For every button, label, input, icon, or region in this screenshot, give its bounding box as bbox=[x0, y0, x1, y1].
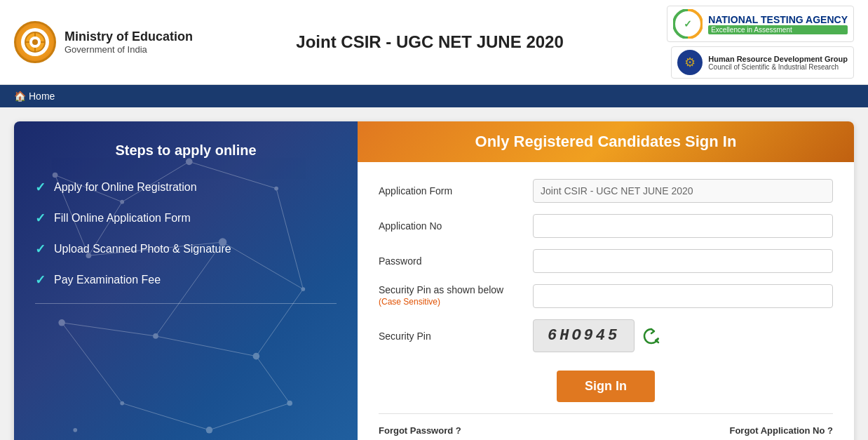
application-no-row: Application No bbox=[379, 214, 833, 238]
step-label-4: Pay Examination Fee bbox=[54, 274, 161, 286]
forgot-application-no-link[interactable]: Forgot Application No ? bbox=[729, 425, 833, 436]
org-logo bbox=[14, 21, 56, 63]
forgot-links-row: Forgot Password ? Forgot Application No … bbox=[379, 421, 833, 440]
captcha-image: 6HO945 bbox=[533, 319, 635, 352]
signin-title: Only Registered Candidates Sign In bbox=[372, 133, 840, 151]
csir-line2: Council of Scientific & Industrial Resea… bbox=[708, 63, 848, 71]
csir-text-block: Human Resource Development Group Council… bbox=[708, 55, 848, 71]
nta-logo: ✓ NATIONAL TESTING AGENCY Excellence in … bbox=[667, 6, 854, 42]
check-icon-2: ✓ bbox=[35, 211, 46, 226]
svg-line-34 bbox=[122, 404, 209, 430]
step-item-2: ✓ Fill Online Application Form bbox=[35, 211, 337, 226]
org-title-block: Ministry of Education Government of Indi… bbox=[65, 29, 193, 55]
main-content: Steps to apply online ✓ Apply for Online… bbox=[14, 121, 854, 440]
signin-header: Only Registered Candidates Sign In bbox=[358, 121, 854, 162]
application-no-input[interactable] bbox=[533, 214, 833, 238]
nav-bar: 🏠 Home bbox=[0, 85, 868, 107]
page-header: Ministry of Education Government of Indi… bbox=[0, 0, 868, 85]
forgot-password-link[interactable]: Forgot Password ? bbox=[379, 425, 461, 436]
page-title: Joint CSIR - UGC NET JUNE 2020 bbox=[193, 32, 667, 52]
step-label-1: Apply for Online Registration bbox=[54, 181, 197, 194]
nta-circle-logo: ✓ bbox=[673, 9, 703, 39]
steps-title: Steps to apply online bbox=[35, 142, 337, 159]
application-form-input[interactable] bbox=[533, 179, 833, 203]
security-pin-captcha-row: Security Pin 6HO945 bbox=[379, 319, 833, 352]
security-pin-text-input[interactable] bbox=[533, 284, 833, 308]
security-pin-label: Security Pin bbox=[379, 331, 533, 342]
home-icon: 🏠 bbox=[14, 91, 26, 102]
nta-text-block: NATIONAL TESTING AGENCY Excellence in As… bbox=[708, 14, 848, 34]
svg-line-30 bbox=[256, 356, 290, 404]
case-sensitive-note: (Case Sensitive) bbox=[379, 297, 533, 307]
application-no-label: Application No bbox=[379, 220, 533, 232]
svg-line-38 bbox=[256, 289, 303, 356]
sign-in-button[interactable]: Sign In bbox=[557, 371, 655, 402]
steps-panel: Steps to apply online ✓ Apply for Online… bbox=[14, 121, 358, 440]
refresh-icon bbox=[642, 326, 661, 346]
check-icon-4: ✓ bbox=[35, 272, 46, 288]
step-item-4: ✓ Pay Examination Fee bbox=[35, 272, 337, 288]
csir-line1: Human Resource Development Group bbox=[708, 55, 848, 63]
form-divider bbox=[379, 413, 833, 414]
svg-line-33 bbox=[62, 323, 122, 404]
step-label-2: Fill Online Application Form bbox=[54, 212, 191, 225]
step-item-1: ✓ Apply for Online Registration bbox=[35, 180, 337, 195]
org-sub: Government of India bbox=[65, 44, 193, 55]
nta-name: NATIONAL TESTING AGENCY bbox=[708, 14, 848, 25]
check-icon-1: ✓ bbox=[35, 180, 46, 195]
password-input[interactable] bbox=[533, 249, 833, 273]
check-icon-3: ✓ bbox=[35, 241, 46, 257]
password-label: Password bbox=[379, 255, 533, 267]
org-branding: Ministry of Education Government of Indi… bbox=[14, 21, 193, 63]
nta-tagline: Excellence in Assessment bbox=[708, 25, 848, 34]
org-name: Ministry of Education bbox=[65, 29, 193, 44]
home-nav-item[interactable]: 🏠 Home bbox=[14, 91, 55, 102]
svg-line-28 bbox=[62, 323, 156, 336]
svg-point-2 bbox=[32, 39, 38, 45]
logo-emblem bbox=[21, 28, 49, 56]
refresh-captcha-button[interactable] bbox=[642, 326, 661, 346]
security-pin-as-shown-label: Security Pin as shown below bbox=[379, 284, 533, 295]
step-item-3: ✓ Upload Scanned Photo & Signature bbox=[35, 241, 337, 257]
svg-line-35 bbox=[209, 404, 290, 430]
application-form-row: Application Form bbox=[379, 179, 833, 203]
signin-form: Application Form Application No Password… bbox=[358, 162, 854, 440]
steps-list: ✓ Apply for Online Registration ✓ Fill O… bbox=[35, 180, 337, 288]
security-pin-as-shown-block: Security Pin as shown below (Case Sensit… bbox=[379, 284, 533, 307]
application-form-label: Application Form bbox=[379, 185, 533, 196]
svg-point-21 bbox=[73, 428, 77, 432]
partner-logos: ✓ NATIONAL TESTING AGENCY Excellence in … bbox=[667, 6, 854, 79]
steps-divider bbox=[35, 303, 337, 304]
password-row: Password bbox=[379, 249, 833, 273]
home-label: Home bbox=[29, 91, 55, 102]
signin-panel: Only Registered Candidates Sign In Appli… bbox=[358, 121, 854, 440]
step-label-3: Upload Scanned Photo & Signature bbox=[54, 243, 231, 255]
svg-text:✓: ✓ bbox=[684, 18, 692, 29]
csir-logo: ⚙ Human Resource Development Group Counc… bbox=[671, 46, 854, 79]
csir-gear-icon: ⚙ bbox=[677, 50, 703, 75]
security-pin-label-row: Security Pin as shown below (Case Sensit… bbox=[379, 284, 833, 308]
sign-in-row: Sign In bbox=[379, 364, 833, 402]
svg-line-29 bbox=[156, 336, 256, 356]
security-pin-display: 6HO945 bbox=[533, 319, 661, 352]
